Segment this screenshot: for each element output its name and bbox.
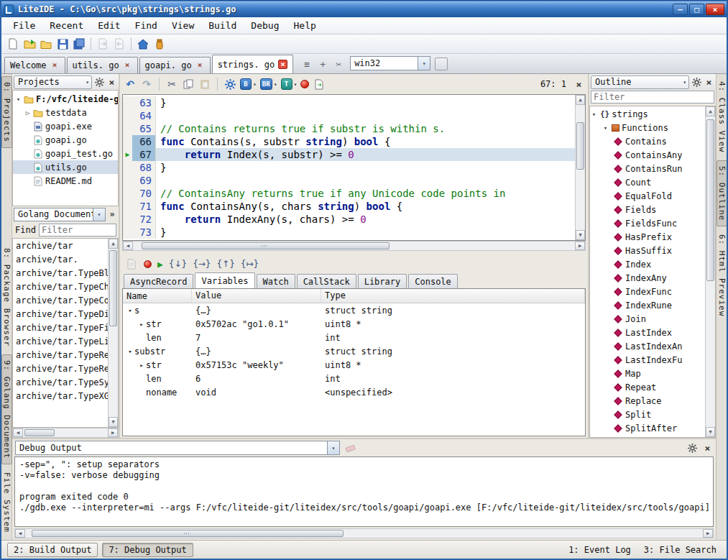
- outline-function-item[interactable]: LastIndex: [590, 326, 705, 339]
- outline-function-item[interactable]: Index: [590, 257, 705, 271]
- outline-function-item[interactable]: HasPrefix: [590, 230, 705, 244]
- outline-function-item[interactable]: EqualFold: [590, 189, 705, 203]
- scroll-down-icon[interactable]: ▼: [706, 427, 715, 437]
- step-into-icon[interactable]: {↓}: [169, 259, 187, 269]
- collapse-icon[interactable]: ▾: [602, 124, 609, 132]
- outline-function-item[interactable]: LastIndexFu: [590, 353, 705, 367]
- project-tree-item[interactable]: utils.go: [13, 160, 118, 174]
- debug-tab-callstack[interactable]: CallStack: [297, 274, 356, 288]
- outline-function-item[interactable]: LastIndexAn: [590, 339, 705, 353]
- editor-list-icon[interactable]: ≡: [301, 58, 313, 70]
- project-tree-item[interactable]: ▷testdata: [13, 106, 118, 119]
- insert-record-icon[interactable]: [125, 257, 138, 270]
- continue-debug-icon[interactable]: ▶: [157, 259, 163, 270]
- expand-icon[interactable]: ▷: [24, 109, 32, 116]
- clear-output-icon[interactable]: [344, 441, 357, 454]
- scrollbar-track[interactable]: [25, 529, 703, 538]
- variable-row[interactable]: nonamevoid<unspecified>: [123, 385, 585, 399]
- home-icon[interactable]: [136, 37, 150, 51]
- step-over-icon[interactable]: {→}: [193, 259, 211, 269]
- side-tab[interactable]: 6: Html Preview: [717, 229, 727, 321]
- menu-item-file[interactable]: File: [6, 19, 42, 32]
- menu-item-build[interactable]: Build: [201, 19, 244, 32]
- doc-list-item[interactable]: archive/tar.TypeLin: [13, 335, 108, 349]
- doc-list-item[interactable]: archive/tar: [13, 239, 108, 253]
- outline-function-item[interactable]: ContainsAny: [590, 148, 705, 162]
- outline-menu-gear-icon[interactable]: [691, 76, 702, 88]
- minimize-button[interactable]: –: [673, 4, 688, 15]
- code-line[interactable]: ▶67 return Index(s, substr) >= 0: [123, 148, 575, 161]
- side-tab[interactable]: 4: Class View: [717, 76, 727, 157]
- scrollbar-thumb[interactable]: [142, 242, 389, 249]
- side-tab[interactable]: 8: Package Browser: [2, 243, 11, 352]
- maximize-button[interactable]: □: [689, 4, 704, 15]
- redo-icon[interactable]: ↷: [140, 78, 153, 91]
- projects-view-select[interactable]: Projects ▾: [14, 75, 92, 89]
- doc-list-item[interactable]: archive/tar.TypeXG: [13, 390, 108, 403]
- debug-tab-variables[interactable]: Variables: [195, 272, 254, 288]
- tab-close-icon[interactable]: ×: [123, 61, 132, 70]
- scrollbar-thumb[interactable]: [576, 122, 584, 170]
- editor-close-icon[interactable]: ×: [573, 79, 584, 90]
- code-line[interactable]: 65// Contains returns true if substr is …: [123, 122, 575, 135]
- scrollbar-thumb[interactable]: [32, 530, 344, 537]
- outline-root[interactable]: ▾{}strings: [590, 107, 705, 121]
- scrollbar-track[interactable]: [109, 249, 118, 417]
- output-select[interactable]: Debug Output ▾: [15, 441, 340, 455]
- side-tab[interactable]: 9: Golang Document: [1, 354, 12, 464]
- code-line[interactable]: 63}: [123, 96, 575, 109]
- add-editor-icon[interactable]: +: [317, 58, 328, 70]
- outline-function-item[interactable]: IndexFunc: [590, 285, 705, 298]
- code-line[interactable]: 64: [123, 109, 575, 122]
- doc-list-item[interactable]: archive/tar.: [13, 253, 108, 267]
- scroll-left-icon[interactable]: ◀: [13, 428, 23, 437]
- expand-icon[interactable]: ▸: [137, 362, 146, 369]
- plugins-icon[interactable]: [152, 37, 167, 51]
- collapse-icon[interactable]: ▾: [590, 111, 598, 118]
- tab-close-icon[interactable]: ×: [50, 61, 60, 70]
- document-tab[interactable]: strings. go×: [212, 55, 293, 73]
- document-tab[interactable]: utils. go×: [67, 57, 138, 73]
- outline-function-item[interactable]: ContainsRun: [590, 162, 705, 175]
- scrollbar-thumb[interactable]: [706, 119, 714, 281]
- close-button[interactable]: ×: [706, 4, 724, 15]
- step-out-icon[interactable]: {↑}: [216, 259, 234, 269]
- outline-function-item[interactable]: Map: [590, 367, 705, 380]
- copy-icon[interactable]: [182, 78, 195, 91]
- outline-function-item[interactable]: Split: [590, 408, 705, 421]
- column-header[interactable]: Value: [192, 289, 321, 303]
- build-run-button[interactable]: BR▾: [260, 78, 277, 90]
- scroll-down-icon[interactable]: ▼: [109, 417, 118, 427]
- code-line[interactable]: 71func ContainsAny(s, chars string) bool…: [123, 200, 575, 213]
- import-file-icon[interactable]: [112, 37, 126, 51]
- side-tab[interactable]: 5: Outline: [717, 160, 727, 226]
- export-file-icon[interactable]: [96, 37, 110, 51]
- doc-list-item[interactable]: archive/tar.TypeRe: [13, 349, 108, 362]
- tab-close-icon[interactable]: ×: [278, 60, 287, 69]
- close-tab-icon[interactable]: ✂: [333, 58, 344, 70]
- editor-hscrollbar[interactable]: ◀ ▶: [122, 241, 586, 251]
- project-tree-item[interactable]: goapi_test.go: [13, 147, 118, 160]
- code-line[interactable]: 70// ContainsAny returns true if any Uni…: [123, 187, 575, 200]
- outline-vscrollbar[interactable]: ▲ ▼: [705, 106, 715, 437]
- doc-list-item[interactable]: archive/tar.TypeCh: [13, 280, 108, 294]
- menu-item-view[interactable]: View: [165, 19, 201, 32]
- menu-item-find[interactable]: Find: [128, 19, 165, 32]
- output-menu-gear-icon[interactable]: [686, 442, 698, 454]
- scrollbar-track[interactable]: [706, 116, 715, 427]
- collapse-icon[interactable]: ▾: [14, 96, 22, 103]
- variable-row[interactable]: ▾s{…}struct string: [123, 303, 585, 317]
- outline-function-item[interactable]: IndexRune: [590, 298, 705, 312]
- undo-icon[interactable]: ↶: [124, 78, 137, 91]
- cut-icon[interactable]: ✂: [165, 78, 178, 91]
- document-tab[interactable]: Welcome×: [4, 57, 65, 73]
- doc-list-item[interactable]: archive/tar.TypeBlo: [13, 267, 108, 280]
- doc-list-vscrollbar[interactable]: ▲ ▼: [108, 239, 118, 427]
- build-config-gear-icon[interactable]: [224, 78, 236, 91]
- column-header[interactable]: Name: [123, 289, 192, 303]
- column-header[interactable]: Type: [321, 289, 585, 303]
- side-tab[interactable]: File System: [2, 467, 11, 538]
- code-line[interactable]: 66func Contains(s, substr string) bool {: [123, 135, 575, 148]
- scrollbar-thumb[interactable]: [24, 429, 55, 436]
- variable-row[interactable]: ▸str0x57153c "weekly"uint8 *: [123, 358, 585, 372]
